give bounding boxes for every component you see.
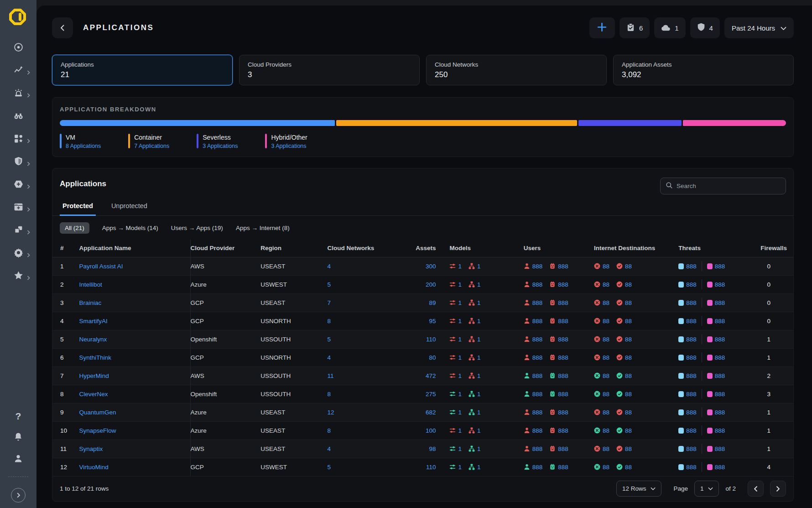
allowed-destination-count[interactable]: 88 xyxy=(625,409,632,416)
stat-card-applications[interactable]: Applications 21 xyxy=(52,55,233,85)
application-link[interactable]: VirtuoMind xyxy=(79,464,108,471)
blocked-destination-count[interactable]: 88 xyxy=(603,318,609,325)
assets-link[interactable]: 110 xyxy=(426,464,436,471)
filter-apps-models[interactable]: Apps → Models (14) xyxy=(102,225,158,231)
bot-count[interactable]: 888 xyxy=(558,336,568,343)
cloud-networks-link[interactable]: 8 xyxy=(327,391,331,398)
user-count[interactable]: 888 xyxy=(532,409,543,416)
allowed-destination-count[interactable]: 88 xyxy=(625,318,632,325)
rows-per-page-dropdown[interactable]: 12 Rows xyxy=(616,481,662,497)
application-link[interactable]: CleverNex xyxy=(79,391,108,398)
application-link[interactable]: Synaptix xyxy=(79,445,103,452)
tune-count[interactable]: 1 xyxy=(458,391,462,398)
blocked-destination-count[interactable]: 88 xyxy=(603,299,609,306)
back-button[interactable] xyxy=(52,17,73,38)
threat-pink-count[interactable]: 888 xyxy=(715,263,725,270)
threat-cyan-count[interactable]: 888 xyxy=(686,372,697,379)
application-link[interactable]: Brainiac xyxy=(79,299,101,306)
legend-count-link[interactable]: 7 Applications xyxy=(134,143,169,149)
application-link[interactable]: SynapseFlow xyxy=(79,427,116,434)
cloud-networks-link[interactable]: 4 xyxy=(327,445,331,452)
next-page-button[interactable] xyxy=(770,481,786,497)
threat-cyan-count[interactable]: 888 xyxy=(686,354,697,361)
filter-users-apps[interactable]: Users → Apps (19) xyxy=(171,225,223,231)
assets-link[interactable]: 472 xyxy=(426,372,436,379)
application-link[interactable]: Intellibot xyxy=(79,281,102,288)
blocked-destination-count[interactable]: 88 xyxy=(603,372,609,379)
bot-count[interactable]: 888 xyxy=(558,464,568,471)
time-range-dropdown[interactable]: Past 24 Hours xyxy=(724,17,794,38)
allowed-destination-count[interactable]: 88 xyxy=(625,263,632,270)
bot-count[interactable]: 888 xyxy=(558,318,568,325)
cloud-networks-link[interactable]: 5 xyxy=(327,336,331,343)
bot-count[interactable]: 888 xyxy=(558,445,568,452)
filter-all[interactable]: All (21) xyxy=(60,222,89,234)
application-link[interactable]: Neuralynx xyxy=(79,336,107,343)
allowed-destination-count[interactable]: 88 xyxy=(625,354,632,361)
user-count[interactable]: 888 xyxy=(532,464,543,471)
assets-link[interactable]: 275 xyxy=(426,391,436,398)
assets-link[interactable]: 100 xyxy=(426,427,436,434)
bot-count[interactable]: 888 xyxy=(558,299,568,306)
hierarchy-count[interactable]: 1 xyxy=(477,427,481,434)
user-count[interactable]: 888 xyxy=(532,281,543,288)
blocked-destination-count[interactable]: 88 xyxy=(603,336,609,343)
bot-count[interactable]: 888 xyxy=(558,354,568,361)
application-link[interactable]: Payroll Assist AI xyxy=(79,263,123,270)
hierarchy-count[interactable]: 1 xyxy=(477,372,481,379)
tune-count[interactable]: 1 xyxy=(458,464,462,471)
tune-count[interactable]: 1 xyxy=(458,281,462,288)
bot-count[interactable]: 888 xyxy=(558,427,568,434)
hierarchy-count[interactable]: 1 xyxy=(477,281,481,288)
cloud-networks-link[interactable]: 5 xyxy=(327,281,331,288)
bot-count[interactable]: 888 xyxy=(558,409,568,416)
sidebar-item-insights[interactable] xyxy=(9,66,27,76)
application-link[interactable]: QuantumGen xyxy=(79,409,116,416)
sidebar-item-favorites[interactable] xyxy=(9,271,27,282)
blocked-destination-count[interactable]: 88 xyxy=(603,391,609,398)
account-icon[interactable] xyxy=(13,454,23,466)
blocked-destination-count[interactable]: 88 xyxy=(603,263,609,270)
user-count[interactable]: 888 xyxy=(532,427,543,434)
application-link[interactable]: SynthiThink xyxy=(79,354,111,361)
threat-cyan-count[interactable]: 888 xyxy=(686,427,697,434)
stat-card-cloud-providers[interactable]: Cloud Providers 3 xyxy=(239,55,420,85)
user-count[interactable]: 888 xyxy=(532,318,543,325)
assets-link[interactable]: 95 xyxy=(429,318,436,325)
user-count[interactable]: 888 xyxy=(532,372,543,379)
tune-count[interactable]: 1 xyxy=(458,263,462,270)
blocked-destination-count[interactable]: 88 xyxy=(603,281,609,288)
tune-count[interactable]: 1 xyxy=(458,318,462,325)
hierarchy-count[interactable]: 1 xyxy=(477,445,481,452)
brand-logo-icon[interactable] xyxy=(8,6,29,27)
sidebar-item-security[interactable] xyxy=(9,157,27,168)
shields-badge-button[interactable]: 4 xyxy=(690,17,720,38)
cloud-networks-link[interactable]: 8 xyxy=(327,318,331,325)
hierarchy-count[interactable]: 1 xyxy=(477,409,481,416)
blocked-destination-count[interactable]: 88 xyxy=(603,464,609,471)
legend-count-link[interactable]: 8 Applications xyxy=(66,143,101,149)
user-count[interactable]: 888 xyxy=(532,445,543,452)
assets-link[interactable]: 300 xyxy=(426,263,436,270)
bot-count[interactable]: 888 xyxy=(558,391,568,398)
cloud-networks-link[interactable]: 11 xyxy=(327,372,333,379)
cloud-networks-link[interactable]: 8 xyxy=(327,427,331,434)
hierarchy-count[interactable]: 1 xyxy=(477,391,481,398)
allowed-destination-count[interactable]: 88 xyxy=(625,372,632,379)
assets-link[interactable]: 98 xyxy=(429,445,436,452)
blocked-destination-count[interactable]: 88 xyxy=(603,427,609,434)
breakdown-bar-segment-severless[interactable] xyxy=(578,120,682,126)
bot-count[interactable]: 888 xyxy=(558,281,568,288)
legend-count-link[interactable]: 3 Applications xyxy=(203,143,238,149)
user-count[interactable]: 888 xyxy=(532,391,543,398)
threat-pink-count[interactable]: 888 xyxy=(715,372,725,379)
user-count[interactable]: 888 xyxy=(532,263,543,270)
threat-cyan-count[interactable]: 888 xyxy=(686,464,697,471)
blocked-destination-count[interactable]: 88 xyxy=(603,445,609,452)
stat-card-application-assets[interactable]: Application Assets 3,092 xyxy=(613,55,794,85)
sidebar-item-assets[interactable] xyxy=(9,134,27,145)
search-box[interactable] xyxy=(660,178,786,194)
filter-apps-internet[interactable]: Apps → Internet (8) xyxy=(236,225,290,231)
application-link[interactable]: HyperMind xyxy=(79,372,109,379)
hierarchy-count[interactable]: 1 xyxy=(477,354,481,361)
